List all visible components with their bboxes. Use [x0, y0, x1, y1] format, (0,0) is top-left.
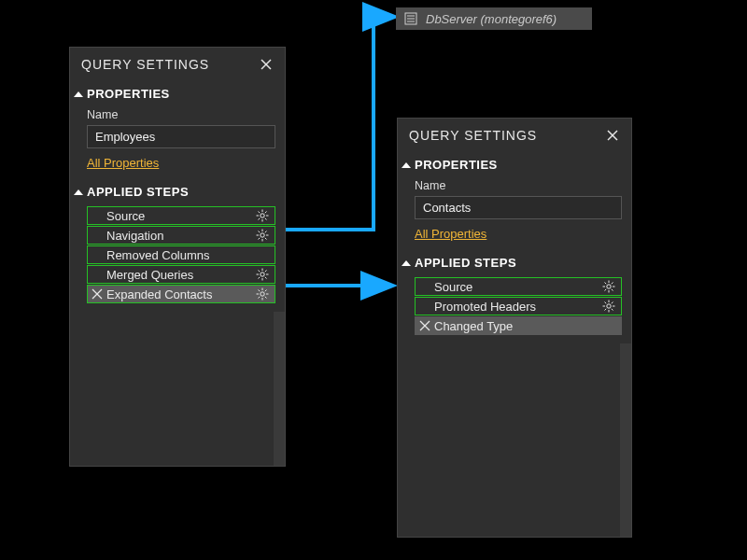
applied-steps-list: Source Navigation Removed Columns Merged…	[70, 203, 285, 312]
properties-label: PROPERTIES	[415, 158, 498, 172]
delete-step-icon[interactable]	[419, 320, 430, 331]
arrow-source-to-dbserver	[285, 17, 392, 230]
applied-steps-header[interactable]: APPLIED STEPS	[398, 250, 631, 273]
step-promoted-headers[interactable]: Promoted Headers	[415, 297, 622, 315]
panel-header: QUERY SETTINGS	[70, 48, 285, 81]
step-label: Removed Columns	[106, 248, 210, 262]
svg-line-64	[605, 309, 607, 311]
svg-point-16	[261, 233, 264, 237]
properties-section-header[interactable]: PROPERTIES	[398, 152, 631, 175]
name-label: Name	[415, 177, 622, 196]
svg-line-43	[265, 290, 267, 292]
all-properties-link[interactable]: All Properties	[415, 227, 486, 241]
applied-steps-label: APPLIED STEPS	[87, 185, 189, 199]
svg-line-13	[265, 218, 267, 220]
all-properties-link[interactable]: All Properties	[87, 156, 159, 170]
step-source[interactable]: Source	[415, 277, 622, 296]
gear-icon[interactable]	[256, 287, 269, 301]
svg-line-33	[259, 277, 261, 279]
step-removed-columns[interactable]: Removed Columns	[87, 245, 275, 264]
svg-line-31	[265, 277, 267, 279]
svg-line-41	[259, 290, 261, 292]
svg-line-32	[265, 271, 267, 273]
svg-point-36	[261, 292, 264, 296]
svg-line-44	[259, 297, 261, 299]
properties-section-header[interactable]: PROPERTIES	[70, 81, 285, 105]
query-settings-panel-left: QUERY SETTINGS PROPERTIES Name All Prope…	[69, 47, 286, 467]
step-label: Merged Queries	[106, 268, 193, 282]
step-merged-queries[interactable]: Merged Queries	[87, 265, 275, 284]
step-changed-type[interactable]: Changed Type	[415, 316, 622, 335]
caret-icon	[74, 91, 83, 97]
step-label: Changed Type	[434, 319, 513, 333]
svg-point-25	[261, 273, 264, 276]
name-label: Name	[87, 106, 275, 125]
step-label: Source	[434, 280, 472, 294]
gear-icon[interactable]	[256, 209, 269, 222]
svg-line-55	[605, 289, 607, 291]
close-icon[interactable]	[259, 57, 274, 72]
step-label: Navigation	[106, 229, 163, 243]
svg-line-61	[605, 302, 607, 304]
properties-section: Name All Properties	[398, 175, 631, 250]
properties-section: Name All Properties	[70, 105, 285, 179]
panel-title: QUERY SETTINGS	[409, 128, 537, 143]
svg-line-12	[259, 212, 261, 214]
gear-icon[interactable]	[602, 280, 615, 293]
close-icon[interactable]	[605, 128, 620, 143]
step-expanded-contacts[interactable]: Expanded Contacts	[87, 285, 275, 303]
applied-steps-header[interactable]: APPLIED STEPS	[70, 179, 285, 203]
scrollbar[interactable]	[70, 312, 285, 466]
svg-line-15	[259, 218, 261, 220]
svg-line-21	[259, 231, 261, 233]
step-label: Expanded Contacts	[106, 287, 212, 301]
properties-label: PROPERTIES	[87, 87, 170, 101]
query-name-input[interactable]	[87, 125, 275, 148]
step-source[interactable]: Source	[87, 206, 275, 225]
query-name-input[interactable]	[415, 196, 622, 219]
delete-step-icon[interactable]	[92, 288, 103, 300]
gear-icon[interactable]	[256, 229, 269, 242]
gear-icon[interactable]	[256, 268, 269, 281]
svg-point-56	[607, 304, 611, 308]
svg-line-63	[612, 302, 613, 304]
svg-line-23	[265, 231, 267, 233]
svg-point-47	[607, 285, 611, 288]
step-label: Source	[106, 209, 145, 223]
database-icon	[403, 11, 418, 26]
dbserver-node[interactable]: DbServer (montegoref6)	[396, 7, 592, 30]
svg-line-53	[612, 289, 613, 291]
svg-line-62	[612, 309, 613, 311]
step-label: Promoted Headers	[434, 300, 536, 314]
caret-icon	[74, 189, 83, 195]
panel-header: QUERY SETTINGS	[398, 119, 631, 152]
dbserver-label: DbServer (montegoref6)	[426, 12, 557, 26]
gear-icon[interactable]	[602, 300, 615, 313]
step-navigation[interactable]: Navigation	[87, 226, 275, 245]
applied-steps-list: Source Promoted Headers Changed Type	[398, 273, 631, 343]
svg-line-54	[612, 283, 613, 285]
caret-icon	[402, 162, 411, 168]
applied-steps-label: APPLIED STEPS	[415, 256, 516, 270]
scrollbar[interactable]	[398, 343, 631, 537]
svg-line-14	[265, 212, 267, 214]
svg-line-22	[265, 238, 267, 240]
panel-title: QUERY SETTINGS	[81, 57, 209, 72]
svg-line-52	[605, 283, 607, 285]
query-settings-panel-right: QUERY SETTINGS PROPERTIES Name All Prope…	[397, 118, 632, 538]
svg-line-24	[259, 238, 261, 240]
svg-point-7	[261, 214, 264, 217]
svg-line-42	[265, 297, 267, 299]
svg-line-30	[259, 271, 261, 273]
caret-icon	[402, 260, 411, 266]
